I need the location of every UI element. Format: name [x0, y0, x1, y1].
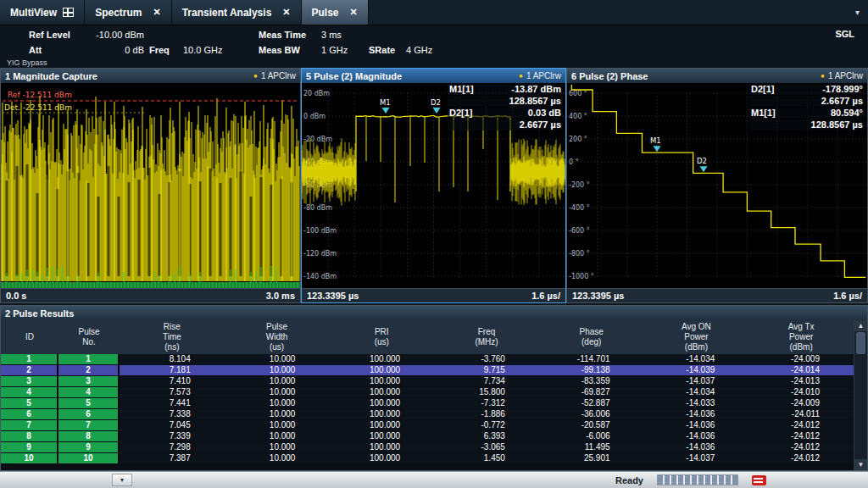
- trace-badge: ● 1 APClrw: [253, 71, 296, 80]
- svg-text:-80 dBm: -80 dBm: [303, 204, 332, 212]
- value-cell: -14.037: [644, 453, 749, 463]
- tab-overflow-caret-icon[interactable]: ▾: [847, 0, 868, 25]
- marker-readout-row: D2[1]-178.999°: [749, 84, 865, 95]
- table-row[interactable]: 667.33810.000100.000-1.886-36.006-14.036…: [1, 409, 854, 419]
- table-row[interactable]: 118.10410.000100.000-3.760-114.701-14.03…: [1, 354, 854, 364]
- value-cell: 15.800: [434, 387, 539, 397]
- tab-pulse[interactable]: Pulse✕: [302, 0, 369, 25]
- marker-name: M1[1]: [751, 108, 783, 119]
- scroll-thumb[interactable]: [856, 332, 865, 354]
- value-cell: 7.339: [120, 431, 225, 441]
- table-row[interactable]: 447.57310.000100.00015.800-69.827-14.034…: [1, 387, 854, 397]
- window-pulse-results[interactable]: 2 Pulse Results IDPulse No.Rise Time (ns…: [0, 305, 868, 471]
- meas-bw-label: Meas BW: [259, 45, 314, 55]
- pulse-no-cell: 6: [58, 409, 120, 419]
- window-magnitude-capture[interactable]: 1 Magnitude Capture ● 1 APClrw Ref -12.5…: [0, 68, 301, 303]
- ref-level-value: -10.00 dBm: [80, 30, 144, 40]
- value-cell: -69.827: [539, 387, 644, 397]
- scroll-up-icon[interactable]: ▲: [854, 320, 867, 331]
- tab-label: MultiView: [10, 7, 57, 19]
- settings-bar[interactable]: Ref Level -10.00 dBm Meas Time 3 ms SGL …: [0, 25, 868, 68]
- value-cell: 100.000: [329, 365, 434, 375]
- value-cell: -14.033: [644, 398, 749, 408]
- window-title: 5 Pulse (2) Magnitude: [306, 71, 402, 81]
- marker-value: 128.8567 µs: [492, 96, 561, 107]
- axis-start-label: 123.3395 µs: [572, 291, 624, 301]
- results-table[interactable]: IDPulse No.Rise Time (ns)Pulse Width (us…: [1, 320, 867, 470]
- sweep-progress-indicator: [657, 474, 738, 485]
- plot-area: 1 Magnitude Capture ● 1 APClrw Ref -12.5…: [0, 68, 868, 303]
- tab-close-spectrum-icon[interactable]: ✕: [153, 7, 160, 18]
- pulse-no-cell: 3: [58, 376, 120, 386]
- value-cell: 10.000: [225, 409, 330, 419]
- tab-spectrum[interactable]: Spectrum✕: [85, 0, 172, 25]
- trace-badge-label: 1 APClrw: [261, 71, 296, 80]
- magnitude-capture-plot[interactable]: Ref -12.511 dBmDet. -22.511 dBm: [1, 83, 300, 288]
- table-row[interactable]: 887.33910.000100.0006.393-6.006-14.036-2…: [1, 431, 854, 441]
- svg-text:-20 dBm: -20 dBm: [303, 136, 332, 143]
- value-cell: -52.887: [539, 398, 644, 408]
- value-cell: -6.006: [539, 431, 644, 441]
- column-header: Avg ON Power (dBm): [644, 322, 749, 352]
- window-title: 6 Pulse (2) Phase: [571, 71, 648, 81]
- axis-start-label: 123.3395 µs: [307, 291, 359, 301]
- column-header: Pulse Width (us): [225, 322, 330, 352]
- value-cell: 100.000: [329, 453, 434, 463]
- marker-name: [449, 119, 481, 130]
- table-row[interactable]: 777.04510.000100.000-0.772-20.587-14.036…: [1, 420, 854, 430]
- value-cell: -36.006: [539, 409, 644, 419]
- value-cell: -24.013: [748, 376, 854, 386]
- window-header[interactable]: 6 Pulse (2) Phase ● 1 APClrw: [567, 69, 867, 83]
- marker-readout-row: 2.6677 µs: [448, 119, 563, 130]
- tab-close-pulse-icon[interactable]: ✕: [350, 7, 358, 18]
- window-pulse-magnitude[interactable]: 5 Pulse (2) Magnitude ● 1 APClrw 20 dBm0…: [301, 68, 566, 303]
- value-cell: -14.034: [644, 387, 749, 397]
- value-cell: 10.000: [225, 442, 330, 452]
- tab-bar: MultiViewSpectrum✕Transient Analysis✕Pul…: [0, 0, 868, 25]
- svg-text:-200 °: -200 °: [569, 181, 590, 189]
- column-header: Phase (deg): [539, 327, 644, 347]
- meas-bw-value: 1 GHz: [321, 45, 369, 55]
- value-cell: -24.010: [748, 387, 854, 397]
- value-cell: 7.045: [120, 420, 225, 430]
- value-cell: -3.760: [434, 354, 539, 364]
- svg-text:Ref -12.511 dBm: Ref -12.511 dBm: [8, 91, 72, 99]
- value-cell: -24.012: [748, 420, 854, 430]
- window-header[interactable]: 1 Magnitude Capture ● 1 APClrw: [1, 69, 300, 83]
- table-row[interactable]: 227.18110.000100.0009.715-99.138-14.039-…: [1, 365, 854, 375]
- window-header[interactable]: 5 Pulse (2) Magnitude ● 1 APClrw: [302, 69, 565, 83]
- value-cell: -24.009: [748, 354, 854, 364]
- value-cell: -14.036: [644, 442, 749, 452]
- value-cell: 10.000: [225, 376, 330, 386]
- value-cell: 100.000: [329, 354, 434, 364]
- value-cell: -83.359: [539, 376, 644, 386]
- id-cell: 10: [1, 453, 58, 463]
- tab-transient-analysis[interactable]: Transient Analysis✕: [172, 0, 302, 25]
- meas-time-label: Meas Time: [259, 30, 314, 40]
- svg-text:-140 dBm: -140 dBm: [303, 273, 337, 280]
- column-header: ID: [1, 332, 58, 342]
- value-cell: 100.000: [329, 409, 434, 419]
- scroll-down-icon[interactable]: ▼: [854, 459, 867, 470]
- pulse-no-cell: 7: [58, 420, 120, 430]
- table-scrollbar[interactable]: ▲ ▼: [854, 320, 867, 470]
- table-row[interactable]: 557.44110.000100.000-7.312-52.887-14.033…: [1, 398, 854, 408]
- settings-row-2: Att 0 dB Freq 10.0 GHz Meas BW 1 GHz SRa…: [0, 42, 868, 58]
- window-pulse-phase[interactable]: 6 Pulse (2) Phase ● 1 APClrw 600 °400 °2…: [566, 68, 868, 303]
- value-cell: 100.000: [329, 420, 434, 430]
- value-cell: 100.000: [329, 398, 434, 408]
- trace-badge: ● 1 APClrw: [519, 71, 561, 80]
- svg-text:0 °: 0 °: [569, 158, 579, 166]
- table-row[interactable]: 997.29810.000100.000-3.06511.495-14.036-…: [1, 442, 854, 452]
- window-header[interactable]: 2 Pulse Results: [1, 306, 867, 320]
- statusbar-dropdown-icon[interactable]: ▾: [112, 474, 132, 486]
- tab-close-transient-analysis-icon[interactable]: ✕: [282, 7, 290, 18]
- marker-name: D2[1]: [449, 108, 481, 119]
- table-row[interactable]: 337.41010.000100.0007.734-83.359-14.037-…: [1, 376, 854, 386]
- axis-end-label: 3.0 ms: [266, 291, 295, 301]
- table-row[interactable]: 10107.38710.000100.0001.45025.901-14.037…: [1, 453, 854, 463]
- tab-multiview[interactable]: MultiView: [0, 0, 85, 25]
- value-cell: 25.901: [539, 453, 644, 463]
- value-cell: -24.011: [748, 409, 854, 419]
- svg-text:-1000 °: -1000 °: [569, 273, 594, 280]
